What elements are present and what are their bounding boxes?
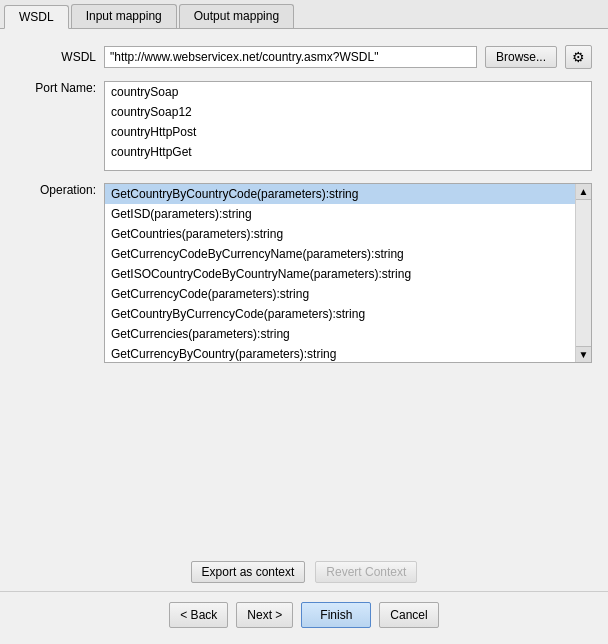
list-item[interactable]: GetCountries(parameters):string: [105, 224, 575, 244]
port-label: Port Name:: [16, 81, 96, 95]
list-item[interactable]: GetCurrencyCodeByCurrencyName(parameters…: [105, 244, 575, 264]
browse-button[interactable]: Browse...: [485, 46, 557, 68]
list-item[interactable]: countryHttpPost: [105, 122, 591, 142]
wsdl-label: WSDL: [16, 50, 96, 64]
finish-button[interactable]: Finish: [301, 602, 371, 628]
tab-output-mapping[interactable]: Output mapping: [179, 4, 294, 28]
tab-input-mapping[interactable]: Input mapping: [71, 4, 177, 28]
scroll-up[interactable]: ▲: [576, 184, 591, 200]
list-item[interactable]: countryHttpGet: [105, 142, 591, 162]
list-item[interactable]: GetCountryByCurrencyCode(parameters):str…: [105, 304, 575, 324]
list-item[interactable]: GetISOCountryCodeByCountryName(parameter…: [105, 264, 575, 284]
port-listbox[interactable]: countrySoap countrySoap12 countryHttpPos…: [104, 81, 592, 171]
action-row: Export as context Revert Context: [16, 561, 592, 583]
revert-context-button[interactable]: Revert Context: [315, 561, 417, 583]
list-item[interactable]: countrySoap12: [105, 102, 591, 122]
footer: < Back Next > Finish Cancel: [0, 591, 608, 644]
wsdl-input[interactable]: [104, 46, 477, 68]
list-item[interactable]: GetISD(parameters):string: [105, 204, 575, 224]
op-list-inner: GetCountryByCountryCode(parameters):stri…: [105, 184, 591, 362]
next-button[interactable]: Next >: [236, 602, 293, 628]
refresh-icon: ⚙: [572, 49, 585, 65]
tab-wsdl[interactable]: WSDL: [4, 5, 69, 29]
list-item[interactable]: GetCurrencyCode(parameters):string: [105, 284, 575, 304]
back-button[interactable]: < Back: [169, 602, 228, 628]
scrollbar[interactable]: ▲ ▼: [575, 184, 591, 362]
dialog: WSDL Input mapping Output mapping WSDL B…: [0, 0, 608, 644]
scroll-down[interactable]: ▼: [576, 346, 591, 362]
operation-listbox[interactable]: GetCountryByCountryCode(parameters):stri…: [104, 183, 592, 363]
export-context-button[interactable]: Export as context: [191, 561, 306, 583]
list-item[interactable]: GetCurrencies(parameters):string: [105, 324, 575, 344]
cancel-button[interactable]: Cancel: [379, 602, 438, 628]
list-item[interactable]: GetCurrencyByCountry(parameters):string: [105, 344, 575, 362]
spacer: [16, 375, 592, 541]
op-list-items: GetCountryByCountryCode(parameters):stri…: [105, 184, 575, 362]
main-content: WSDL Browse... ⚙ Port Name: countrySoap …: [0, 29, 608, 591]
tab-bar: WSDL Input mapping Output mapping: [0, 0, 608, 29]
port-section: Port Name: countrySoap countrySoap12 cou…: [16, 81, 592, 171]
list-item[interactable]: GetCountryByCountryCode(parameters):stri…: [105, 184, 575, 204]
operation-label: Operation:: [16, 183, 96, 197]
refresh-button[interactable]: ⚙: [565, 45, 592, 69]
wsdl-row: WSDL Browse... ⚙: [16, 45, 592, 69]
list-item[interactable]: countrySoap: [105, 82, 591, 102]
operation-section: Operation: GetCountryByCountryCode(param…: [16, 183, 592, 363]
